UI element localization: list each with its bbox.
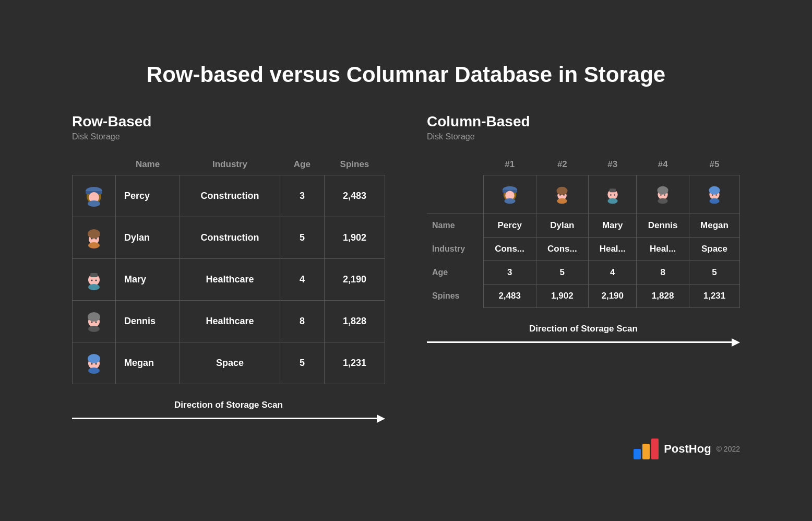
svg-point-6: [88, 229, 100, 239]
col-direction-label: Direction of Storage Scan: [529, 324, 638, 334]
col-data-cell: 1,231: [689, 284, 739, 307]
row-age: 5: [280, 342, 324, 384]
col-h1: #1: [483, 154, 536, 175]
col-h4: #4: [637, 154, 689, 175]
col-avatar-1: [536, 175, 589, 214]
svg-point-17: [88, 326, 100, 332]
col-data-cell: 5: [689, 260, 739, 284]
row-based-subtitle: Disk Storage: [72, 132, 385, 141]
svg-point-48: [712, 194, 713, 196]
svg-rect-50: [634, 449, 641, 459]
col-row-label: Age: [427, 260, 483, 284]
col-data-cell: Dennis: [637, 214, 689, 237]
row-based-table: Name Industry Age Spines Percy Construct…: [72, 154, 385, 384]
col-data-cell: Heal...: [637, 237, 689, 260]
col-name: Name: [116, 154, 180, 175]
svg-point-43: [660, 194, 662, 196]
svg-point-42: [658, 198, 667, 204]
col-data-row: Spines2,4831,9022,1901,8281,231: [427, 284, 740, 307]
svg-point-37: [607, 198, 617, 204]
row-direction-label: Direction of Storage Scan: [174, 400, 283, 410]
col-table-header: #1 #2 #3 #4 #5: [427, 154, 740, 175]
svg-point-39: [614, 194, 615, 196]
svg-point-21: [88, 354, 100, 363]
row-age: 3: [280, 175, 324, 217]
col-data-cell: Dylan: [536, 214, 589, 237]
col-based-subtitle: Disk Storage: [427, 132, 740, 141]
svg-point-16: [88, 312, 100, 322]
col-based-table: #1 #2 #3 #4 #5 NamePercyDylanMaryDennisM…: [427, 154, 740, 308]
avatar: [73, 300, 116, 342]
svg-rect-51: [642, 444, 650, 459]
posthog-svg: [634, 439, 659, 459]
svg-rect-11: [90, 273, 98, 277]
svg-point-46: [709, 186, 720, 194]
svg-point-7: [88, 242, 100, 248]
row-table-header: Name Industry Age Spines: [73, 154, 385, 175]
row-spines: 2,483: [324, 175, 385, 217]
svg-point-47: [709, 198, 719, 204]
svg-point-12: [88, 284, 100, 290]
row-industry: Construction: [180, 175, 280, 217]
row-name: Mary: [116, 258, 180, 300]
svg-rect-36: [610, 188, 616, 192]
col-data-cell: 2,483: [483, 284, 536, 307]
row-name: Dylan: [116, 217, 180, 258]
col-data-cell: 3: [483, 260, 536, 284]
svg-point-32: [557, 198, 567, 204]
col-data-cell: Megan: [689, 214, 739, 237]
row-spines: 1,231: [324, 342, 385, 384]
col-avatar-3: [637, 175, 689, 214]
row-age: 8: [280, 300, 324, 342]
col-h2: #2: [536, 154, 589, 175]
svg-point-38: [610, 194, 612, 196]
row-name: Dennis: [116, 300, 180, 342]
col-row-label: Spines: [427, 284, 483, 307]
table-row: Mary Healthcare 4 2,190: [73, 258, 385, 300]
posthog-logo: PostHog © 2022: [72, 439, 740, 459]
col-data-cell: 4: [589, 260, 637, 284]
col-data-cell: 1,902: [536, 284, 589, 307]
posthog-name: PostHog: [664, 442, 711, 456]
col-data-cell: 2,190: [589, 284, 637, 307]
table-row: Dylan Construction 5 1,902: [73, 217, 385, 258]
col-arrow-head: [732, 338, 740, 347]
row-spines: 1,828: [324, 300, 385, 342]
svg-rect-52: [651, 439, 659, 459]
col-data-row: NamePercyDylanMaryDennisMegan: [427, 214, 740, 237]
svg-point-13: [91, 279, 93, 281]
col-h5: #5: [689, 154, 739, 175]
col-data-cell: Cons...: [483, 237, 536, 260]
col-avatar: [73, 154, 116, 175]
col-data-row: Age35485: [427, 260, 740, 284]
table-row: Megan Space 5 1,231: [73, 342, 385, 384]
table-row: Dennis Healthcare 8 1,828: [73, 300, 385, 342]
row-name: Megan: [116, 342, 180, 384]
col-direction-section: Direction of Storage Scan: [427, 324, 740, 347]
col-arrow: [427, 338, 740, 347]
avatar: [73, 342, 116, 384]
avatar: [73, 258, 116, 300]
svg-point-19: [95, 321, 97, 323]
svg-point-44: [664, 194, 665, 196]
col-row-label: Name: [427, 214, 483, 237]
col-based-title: Column-Based: [427, 113, 740, 130]
svg-point-33: [560, 194, 562, 196]
col-data-cell: Mary: [589, 214, 637, 237]
row-arrow-body: [72, 418, 377, 419]
col-h3: #3: [589, 154, 637, 175]
svg-point-49: [715, 194, 717, 196]
col-data-cell: Cons...: [536, 237, 589, 260]
svg-point-18: [91, 321, 93, 323]
svg-point-31: [557, 186, 568, 195]
svg-point-24: [95, 363, 97, 364]
col-data-row: IndustryCons...Cons...Heal...Heal...Spac…: [427, 237, 740, 260]
col-avatar-label: [427, 175, 483, 214]
avatar: [73, 175, 116, 217]
svg-point-34: [564, 194, 565, 196]
col-empty: [427, 154, 483, 175]
row-industry: Healthcare: [180, 300, 280, 342]
col-spines: Spines: [324, 154, 385, 175]
row-name: Percy: [116, 175, 180, 217]
col-row-label: Industry: [427, 237, 483, 260]
